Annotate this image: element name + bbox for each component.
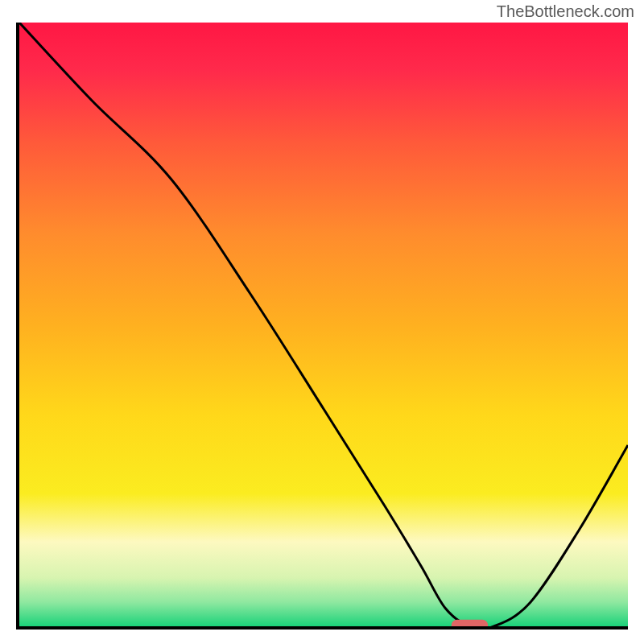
gradient-background: [19, 23, 628, 626]
watermark-text: TheBottleneck.com: [497, 2, 634, 21]
chart-canvas: [19, 23, 628, 626]
plot-area: [16, 23, 628, 630]
optimal-marker: [452, 620, 488, 626]
